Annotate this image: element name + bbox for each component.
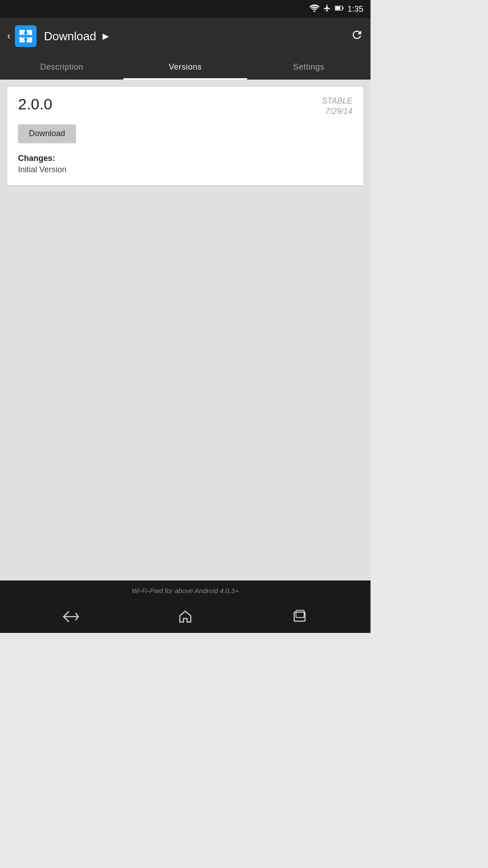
svg-rect-12 [24, 38, 28, 40]
svg-rect-11 [28, 34, 30, 38]
tab-description[interactable]: Description [0, 54, 123, 80]
changes-section: Changes: Initial Version [18, 154, 352, 175]
back-icon[interactable]: ‹ [7, 30, 10, 42]
status-icons: 1:35 [310, 4, 363, 14]
changes-label: Changes: [18, 154, 352, 163]
tab-settings[interactable]: Settings [247, 54, 371, 80]
nav-back-button[interactable] [57, 603, 84, 630]
version-header: 2.0.0 STABLE 7/29/14 [18, 96, 352, 117]
tab-bar: Description Versions Settings [0, 54, 371, 80]
changes-text: Initial Version [18, 165, 352, 175]
nav-recents-button[interactable] [286, 603, 313, 630]
svg-rect-9 [24, 32, 28, 34]
version-number: 2.0.0 [18, 96, 52, 113]
app-bar-left: ‹ Download ▶ [7, 25, 351, 47]
version-meta: STABLE 7/29/14 [322, 96, 352, 117]
app-bar: ‹ Download ▶ [0, 18, 371, 54]
version-stable-label: STABLE [322, 96, 352, 106]
nav-home-button[interactable] [172, 603, 199, 630]
footer: Wi-Fi-Pwd for above Android 4.0.3+ [0, 580, 371, 600]
svg-rect-5 [19, 30, 25, 35]
dropdown-arrow-icon: ▶ [103, 31, 109, 41]
status-time: 1:35 [347, 5, 363, 14]
svg-rect-6 [27, 30, 32, 35]
svg-rect-10 [22, 34, 23, 38]
version-card: 2.0.0 STABLE 7/29/14 Download Changes: I… [7, 87, 363, 185]
svg-rect-14 [296, 610, 304, 618]
version-date: 7/29/14 [322, 106, 352, 117]
app-icon [15, 25, 37, 47]
app-bar-title: Download [44, 29, 96, 43]
nav-bar [0, 600, 371, 633]
svg-rect-3 [335, 7, 340, 10]
refresh-icon[interactable] [351, 28, 363, 44]
status-bar: 1:35 [0, 0, 371, 18]
main-content: 2.0.0 STABLE 7/29/14 Download Changes: I… [0, 80, 371, 580]
svg-rect-2 [343, 7, 343, 9]
tab-versions[interactable]: Versions [123, 54, 247, 80]
svg-rect-7 [19, 37, 25, 42]
footer-text: Wi-Fi-Pwd for above Android 4.0.3+ [131, 587, 239, 594]
airplane-icon [323, 4, 331, 14]
svg-rect-8 [27, 37, 32, 42]
battery-icon [335, 5, 344, 13]
download-button[interactable]: Download [18, 124, 76, 143]
wifi-icon [310, 5, 319, 14]
svg-point-0 [314, 10, 315, 12]
